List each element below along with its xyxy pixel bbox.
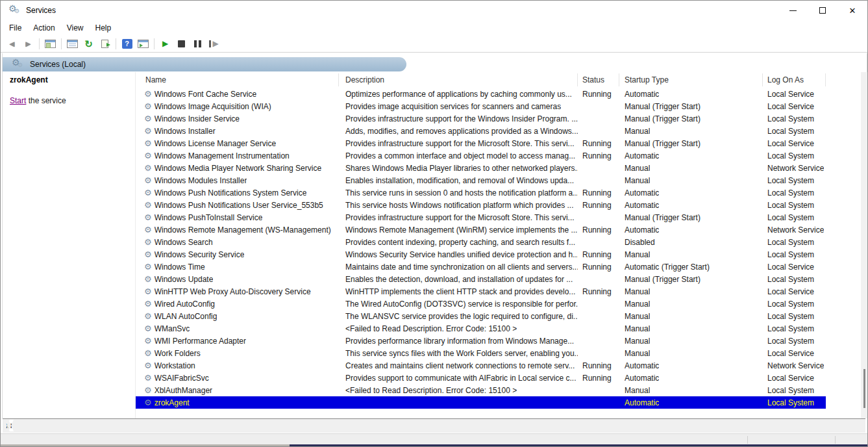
back-button[interactable]: ◄: [4, 36, 20, 51]
table-row[interactable]: ⚙ Windows Management Instrumentation Pro…: [136, 149, 826, 162]
scrollbar-thumb[interactable]: [863, 369, 865, 408]
service-description: The Wired AutoConfig (DOT3SVC) service i…: [345, 300, 578, 309]
pause-service-button[interactable]: [190, 36, 206, 51]
table-row[interactable]: ⚙ XblAuthManager <Failed to Read Descrip…: [136, 384, 826, 396]
service-description: This service syncs files with the Work F…: [345, 349, 578, 358]
table-row[interactable]: ⚙ zrokAgent Automatic Local System: [136, 396, 826, 409]
service-status: Running: [582, 262, 612, 272]
table-row[interactable]: ⚙ WinHTTP Web Proxy Auto-Discovery Servi…: [136, 285, 826, 298]
start-service-icon: ▶: [162, 39, 168, 48]
table-row[interactable]: ⚙ WMI Performance Adapter Provides perfo…: [136, 335, 826, 347]
table-row[interactable]: ⚙ Wired AutoConfig The Wired AutoConfig …: [136, 298, 826, 310]
service-gear-icon: ⚙: [144, 164, 152, 172]
toolbar: ◄ ► ↻ ? ▶ ▶: [1, 35, 867, 53]
service-name: WMI Performance Adapter: [155, 337, 246, 346]
table-row[interactable]: ⚙ Work Folders This service syncs files …: [136, 347, 826, 359]
service-description: Provides infrastructure support for the …: [345, 139, 575, 148]
menu-item-action[interactable]: Action: [27, 21, 60, 34]
start-service-button[interactable]: ▶: [157, 36, 173, 51]
table-row[interactable]: ⚙ Windows PushToInstall Service Provides…: [136, 211, 826, 224]
window-bottom-edge: [1, 444, 290, 447]
taskbar-sliver: [290, 444, 867, 447]
table-row[interactable]: ⚙ Workstation Creates and maintains clie…: [136, 359, 826, 372]
service-description: This service hosts Windows notification …: [345, 201, 573, 210]
column-header-name[interactable]: Name: [136, 73, 339, 86]
menu-item-view[interactable]: View: [61, 21, 90, 34]
export-list-button[interactable]: [97, 36, 113, 51]
table-row[interactable]: ⚙ Windows License Manager Service Provid…: [136, 137, 826, 149]
maximize-button[interactable]: [808, 1, 837, 20]
stop-service-button[interactable]: [173, 36, 190, 51]
service-name: Windows Installer: [155, 127, 216, 136]
service-name: WManSvc: [155, 324, 190, 333]
service-startup-type: Manual: [625, 349, 650, 358]
column-header-status[interactable]: Status: [578, 73, 619, 86]
table-row[interactable]: ⚙ Windows Push Notifications System Serv…: [136, 186, 826, 199]
service-gear-icon: ⚙: [144, 262, 152, 271]
column-header-log-on-as[interactable]: Log On As: [763, 73, 826, 86]
menu-item-help[interactable]: Help: [90, 21, 118, 34]
table-row[interactable]: ⚙ Windows Font Cache Service Optimizes p…: [136, 88, 826, 100]
service-name: Workstation: [155, 361, 195, 370]
service-list: Name Description Status Startup Type Log…: [136, 72, 862, 418]
column-header-startup-type[interactable]: Startup Type: [619, 73, 763, 86]
extended-view-button[interactable]: [135, 36, 151, 51]
service-log-on-as: Local Service: [767, 374, 814, 383]
service-startup-type: Disabled: [625, 238, 655, 247]
service-name: Windows Security Service: [155, 250, 245, 259]
service-startup-type: Automatic: [625, 201, 659, 210]
forward-icon: ►: [24, 39, 32, 49]
service-description: <Failed to Read Description. Error Code:…: [345, 386, 517, 395]
start-service-link[interactable]: Start: [10, 96, 26, 105]
service-log-on-as: Local System: [767, 238, 814, 247]
show-console-tree-button[interactable]: [42, 36, 58, 51]
table-row[interactable]: ⚙ Windows Update Enables the detection, …: [136, 273, 826, 285]
service-name: Wired AutoConfig: [155, 300, 215, 309]
table-row[interactable]: ⚙ Windows Security Service Windows Secur…: [136, 248, 826, 261]
service-description: Provides infrastructure support for the …: [345, 213, 575, 222]
table-row[interactable]: ⚙ Windows Modules Installer Enables inst…: [136, 174, 826, 186]
service-log-on-as: Local System: [767, 176, 814, 185]
service-startup-type: Manual: [625, 164, 650, 173]
table-row[interactable]: ⚙ Windows Image Acquisition (WIA) Provid…: [136, 100, 826, 112]
service-description: Enables the detection, download, and ins…: [345, 275, 573, 284]
table-row[interactable]: ⚙ WManSvc <Failed to Read Description. E…: [136, 322, 826, 335]
table-row[interactable]: ⚙ Windows Media Player Network Sharing S…: [136, 162, 826, 174]
minimize-icon: [789, 10, 797, 11]
pane-header-label: Services (Local): [30, 60, 86, 69]
service-name: WLAN AutoConfig: [155, 312, 217, 321]
help-button[interactable]: ?: [119, 36, 135, 51]
service-gear-icon: ⚙: [144, 225, 152, 234]
service-gear-icon: ⚙: [144, 213, 152, 222]
minimize-button[interactable]: [778, 1, 808, 20]
service-startup-type: Manual: [625, 250, 650, 259]
table-row[interactable]: ⚙ Windows Insider Service Provides infra…: [136, 112, 826, 125]
properties-button[interactable]: [64, 36, 81, 51]
close-button[interactable]: ✕: [837, 1, 867, 20]
table-row[interactable]: ⚙ WSAIFabricSvc Provides support to comm…: [136, 372, 826, 384]
forward-button[interactable]: ►: [20, 36, 36, 51]
menu-item-file[interactable]: File: [3, 21, 27, 34]
pause-service-icon: [194, 40, 201, 47]
refresh-icon: ↻: [84, 39, 93, 49]
table-row[interactable]: ⚙ Windows Installer Adds, modifies, and …: [136, 125, 826, 137]
service-gear-icon: ⚙: [144, 374, 152, 382]
table-row[interactable]: ⚙ WLAN AutoConfig The WLANSVC service pr…: [136, 310, 826, 322]
service-name: Windows PushToInstall Service: [155, 213, 263, 222]
service-description: <Failed to Read Description. Error Code:…: [345, 324, 517, 333]
restart-service-button[interactable]: ▶: [206, 36, 222, 51]
refresh-button[interactable]: ↻: [81, 36, 97, 51]
service-log-on-as: Local Service: [767, 262, 814, 272]
table-row[interactable]: ⚙ Windows Push Notifications User Servic…: [136, 199, 826, 211]
vertical-scrollbar[interactable]: [861, 72, 868, 418]
service-startup-type: Automatic: [625, 398, 659, 407]
table-row[interactable]: ⚙ Windows Search Provides content indexi…: [136, 236, 826, 248]
service-action-text: Start the service: [10, 96, 66, 105]
service-gear-icon: ⚙: [144, 151, 152, 160]
service-startup-type: Manual (Trigger Start): [625, 213, 701, 222]
table-row[interactable]: ⚙ Windows Remote Management (WS-Manageme…: [136, 224, 826, 236]
column-header-description[interactable]: Description: [339, 73, 578, 86]
service-startup-type: Manual (Trigger Start): [625, 275, 701, 284]
service-gear-icon: ⚙: [144, 139, 152, 147]
table-row[interactable]: ⚙ Windows Time Maintains date and time s…: [136, 261, 826, 273]
